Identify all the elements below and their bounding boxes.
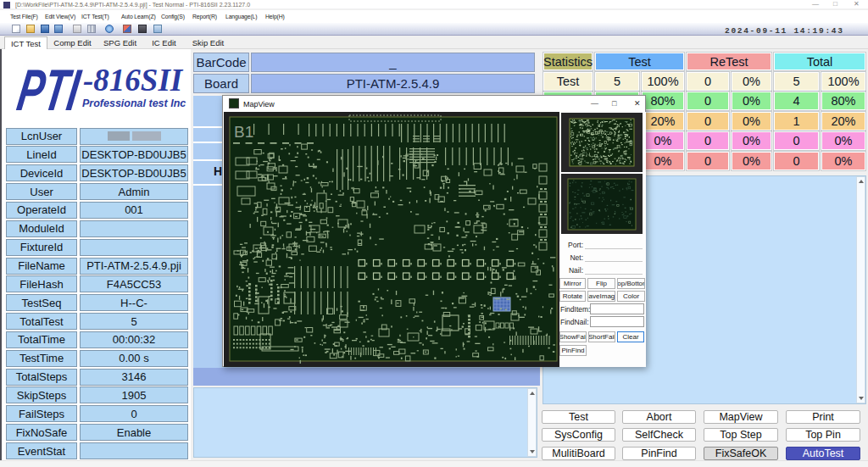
svg-text:PTI: PTI xyxy=(13,57,85,123)
svg-text:Professional test Inc: Professional test Inc xyxy=(82,97,186,109)
svg-text:-816SII: -816SII xyxy=(83,63,184,97)
svg-text:B1: B1 xyxy=(234,123,253,141)
